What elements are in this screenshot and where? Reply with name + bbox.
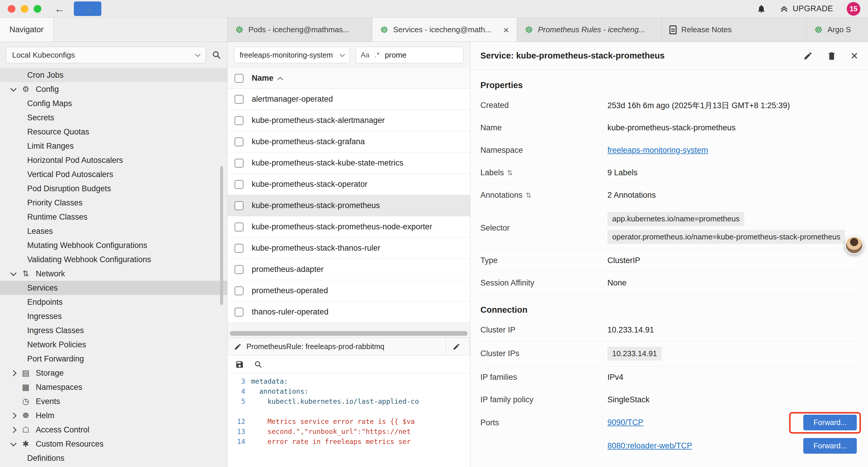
match-case-toggle[interactable]: Aa (361, 51, 369, 59)
row-checkbox[interactable] (235, 159, 243, 168)
sidebar-item-vertical-pod-autoscalers[interactable]: Vertical Pod Autoscalers (0, 167, 227, 181)
row-checkbox[interactable] (235, 308, 243, 317)
minimize-window-button[interactable] (21, 5, 28, 13)
tab-release-notes[interactable]: Release Notes (662, 18, 807, 42)
yaml-editor[interactable]: 345121314 metadata: annotations: kubectl… (227, 373, 470, 467)
sidebar-item-network[interactable]: ⇅Network (0, 267, 227, 281)
sidebar-item-validating-webhook-configurations[interactable]: Validating Webhook Configurations (0, 253, 227, 267)
sidebar-item-secrets[interactable]: Secrets (0, 111, 227, 125)
sidebar-item-storage[interactable]: ▤Storage (0, 366, 227, 380)
row-name: kube-prometheus-stack-kube-state-metrics (252, 158, 403, 168)
save-icon[interactable] (235, 360, 244, 369)
chevron-right-icon (10, 370, 17, 376)
sidebar-item-network-policies[interactable]: Network Policies (0, 338, 227, 352)
sidebar-item-endpoints[interactable]: Endpoints (0, 295, 227, 309)
row-checkbox[interactable] (235, 95, 243, 104)
sidebar-item-access-control[interactable]: ☖Access Control (0, 423, 227, 437)
forward-button[interactable]: Forward... (803, 415, 857, 430)
sidebar-item-ingress-classes[interactable]: Ingress Classes (0, 323, 227, 338)
table-row-kube-prometheus-stack-operator[interactable]: kube-prometheus-stack-operator (227, 174, 470, 195)
upgrade-button[interactable]: UPGRADE (780, 4, 833, 13)
detail-label: IP families (480, 373, 608, 382)
user-avatar[interactable] (845, 236, 863, 254)
table-row-kube-prometheus-stack-prometheus-node-ex[interactable]: kube-prometheus-stack-prometheus-node-ex… (227, 216, 470, 238)
row-checkbox[interactable] (235, 201, 243, 210)
table-row-prometheus-adapter[interactable]: prometheus-adapter (227, 259, 470, 280)
sidebar-item-runtime-classes[interactable]: Runtime Classes (0, 210, 227, 224)
namespace-select[interactable]: freeleaps-monitoring-system (234, 47, 350, 63)
sidebar-item-ingresses[interactable]: Ingresses (0, 309, 227, 323)
sidebar-item-config[interactable]: ⚙Config (0, 82, 227, 96)
sidebar-item-config-maps[interactable]: Config Maps (0, 96, 227, 111)
sidebar-item-limit-ranges[interactable]: Limit Ranges (0, 139, 227, 153)
sidebar-item-label: Validating Webhook Configurations (27, 255, 151, 264)
horizontal-scrollbar[interactable] (227, 330, 470, 338)
search-query: prome (385, 51, 406, 60)
code-line: annotations: (251, 386, 470, 396)
tab-prometheus-rules-icecheng[interactable]: ☸Prometheus Rules - icecheng... (517, 18, 662, 42)
notification-count-badge[interactable]: 15 (847, 2, 860, 16)
table-row-kube-prometheus-stack-kube-state-metrics[interactable]: kube-prometheus-stack-kube-state-metrics (227, 152, 470, 174)
tab-pods-icecheng-mathmas[interactable]: ☸Pods - icecheng@mathmas... (227, 18, 372, 42)
name-column-header[interactable]: Name (252, 74, 282, 83)
row-checkbox[interactable] (235, 138, 243, 146)
sidebar-item-priority-classes[interactable]: Priority Classes (0, 196, 227, 210)
sidebar-item-namespaces[interactable]: ▦Namespaces (0, 380, 227, 394)
editor-search-icon[interactable] (254, 360, 262, 369)
sidebar-item-custom-resources[interactable]: ✱Custom Resources (0, 437, 227, 451)
editor-tab-prometheusrule[interactable]: PrometheusRule: freeleaps-prod-rabbitmq (227, 338, 446, 355)
delete-icon[interactable] (827, 51, 836, 61)
table-row-kube-prometheus-stack-prometheus[interactable]: kube-prometheus-stack-prometheus (227, 195, 470, 216)
sidebar-item-pod-disruption-budgets[interactable]: Pod Disruption Budgets (0, 181, 227, 196)
table-row-kube-prometheus-stack-grafana[interactable]: kube-prometheus-stack-grafana (227, 131, 470, 152)
edit-icon[interactable] (803, 51, 813, 61)
tab-services-icecheng-math[interactable]: ☸Services - icecheng@math...× (372, 18, 517, 42)
table-row-alertmanager-operated[interactable]: alertmanager-operated (227, 89, 470, 110)
notifications-bell-icon[interactable] (756, 4, 766, 13)
table-search-input[interactable]: Aa .* prome (356, 47, 464, 63)
back-button[interactable]: ← (54, 4, 65, 14)
row-checkbox[interactable] (235, 223, 243, 231)
sort-toggle-icon[interactable]: ⇅ (526, 191, 531, 200)
kubeconfig-select[interactable]: Local Kubeconfigs (6, 47, 206, 63)
table-row-prometheus-operated[interactable]: prometheus-operated (227, 280, 470, 301)
forward-button[interactable]: Forward... (803, 438, 857, 454)
row-checkbox[interactable] (235, 116, 243, 125)
regex-toggle[interactable]: .* (375, 51, 379, 59)
sidebar-item-horizontal-pod-autoscalers[interactable]: Horizontal Pod Autoscalers (0, 153, 227, 167)
select-all-checkbox[interactable] (235, 74, 243, 83)
table-row-kube-prometheus-stack-alertmanager[interactable]: kube-prometheus-stack-alertmanager (227, 110, 470, 131)
sidebar-item-leases[interactable]: Leases (0, 224, 227, 238)
chevron-down-icon (195, 52, 200, 57)
tab-close-icon[interactable]: × (503, 25, 509, 35)
zoom-window-button[interactable] (34, 5, 41, 13)
table-row-kube-prometheus-stack-thanos-ruler[interactable]: kube-prometheus-stack-thanos-ruler (227, 238, 470, 259)
sidebar-item-helm[interactable]: ☸Helm (0, 408, 227, 423)
namespace-link[interactable]: freeleaps-monitoring-system (608, 146, 708, 154)
row-checkbox[interactable] (235, 265, 243, 274)
close-icon[interactable]: × (850, 50, 858, 62)
sidebar-item-label: Storage (36, 369, 64, 378)
horizontal-scrollbar-thumb[interactable] (230, 331, 468, 336)
port-link[interactable]: 9090/TCP (608, 418, 644, 427)
table-row-thanos-ruler-operated[interactable]: thanos-ruler-operated (227, 301, 470, 323)
row-checkbox[interactable] (235, 244, 243, 253)
sort-toggle-icon[interactable]: ⇅ (507, 169, 513, 177)
row-checkbox[interactable] (235, 286, 243, 295)
sidebar-item-definitions[interactable]: Definitions (0, 451, 227, 465)
sidebar-scrollbar[interactable] (220, 166, 223, 305)
sidebar-item-services[interactable]: Services (0, 281, 227, 295)
close-window-button[interactable] (8, 5, 16, 13)
tab-argo-s[interactable]: ☸Argo S (807, 18, 868, 42)
editor-tab-2[interactable] (446, 338, 470, 355)
sidebar-item-cron-jobs[interactable]: Cron Jobs (0, 68, 227, 82)
sidebar-item-events[interactable]: ◷Events (0, 394, 227, 408)
detail-label: Created (480, 101, 608, 110)
row-checkbox[interactable] (235, 180, 243, 189)
forward-nav-button[interactable]: → (74, 1, 101, 16)
sidebar-search-icon[interactable] (212, 50, 221, 60)
port-link[interactable]: 8080:reloader-web/TCP (608, 441, 692, 450)
sidebar-item-port-forwarding[interactable]: Port Forwarding (0, 352, 227, 366)
sidebar-item-mutating-webhook-configurations[interactable]: Mutating Webhook Configurations (0, 238, 227, 253)
sidebar-item-resource-quotas[interactable]: Resource Quotas (0, 125, 227, 139)
